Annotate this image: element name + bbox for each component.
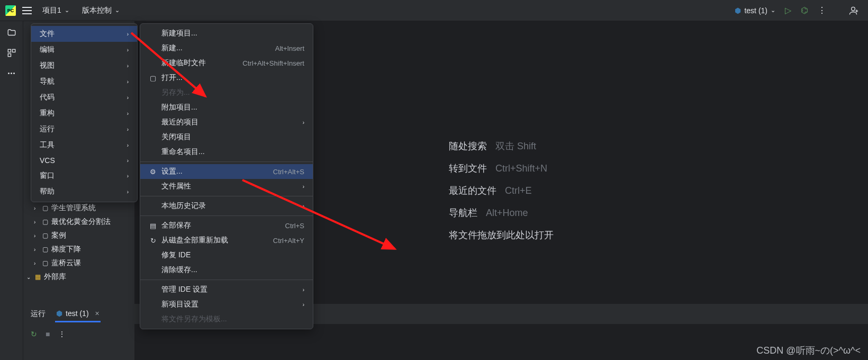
menu-label: 窗口 (40, 171, 55, 181)
more-tools-icon[interactable] (6, 68, 17, 78)
shortcut-hint: Alt+Home (486, 208, 528, 219)
structure-tool-icon[interactable] (6, 48, 17, 58)
chevron-right-icon: › (127, 31, 129, 37)
tree-row[interactable]: ›▢蓝桥云课 (34, 256, 134, 270)
menu-label: 本地历史记录 (161, 201, 206, 211)
run-tool-label[interactable]: 运行 (31, 309, 46, 319)
menu1-item[interactable]: 文件› (31, 26, 137, 42)
menu-label: 从磁盘全部重新加载 (161, 236, 228, 245)
menu1-item[interactable]: 导航› (31, 74, 137, 89)
shortcut-hint: Ctrl+E (505, 185, 532, 196)
chevron-right-icon: › (127, 63, 129, 69)
menu-label: 关闭项目 (161, 132, 191, 142)
project-tool-icon[interactable] (6, 28, 17, 38)
menu1-item[interactable]: 编辑› (31, 42, 137, 58)
library-icon: ▦ (35, 273, 41, 281)
menu2-item[interactable]: •文件属性› (140, 179, 313, 194)
menu2-item[interactable]: •修复 IDE (140, 248, 313, 263)
menu2-item: •另存为... (140, 85, 313, 100)
project-dropdown[interactable]: 项目1 ⌄ (42, 6, 69, 15)
tree-label: 最优化黄金分割法 (51, 217, 111, 227)
python-icon: ⬢ (56, 309, 62, 318)
folder-icon: ▢ (42, 246, 48, 253)
menu2-item[interactable]: •新建项目... (140, 26, 313, 41)
menu-label: 文件属性 (161, 182, 191, 191)
chevron-down-icon: ⌄ (115, 7, 120, 14)
menu-label: 重命名项目... (161, 147, 205, 157)
tree-row[interactable]: ›▢梯度下降 (34, 242, 134, 256)
chevron-right-icon: › (34, 260, 39, 266)
menu2-item[interactable]: •附加项目... (140, 100, 313, 115)
reload-icon: ↻ (149, 237, 157, 245)
chevron-down-icon: ⌄ (771, 7, 775, 14)
tree-row[interactable]: ›▢案例 (34, 229, 134, 242)
menu-label: 帮助 (40, 187, 55, 196)
menu2-item[interactable]: •新项目设置› (140, 297, 313, 312)
menu1-item[interactable]: 运行› (31, 121, 137, 137)
chevron-right-icon: › (34, 233, 39, 239)
debug-icon[interactable]: ⌬ (801, 5, 808, 15)
tree-row[interactable]: ⌄▦外部库 (26, 270, 134, 284)
run-config-selector[interactable]: ⬢ test (1) ⌄ (735, 6, 775, 15)
shortcut-hint: Ctrl+Shift+N (495, 163, 547, 174)
menu1-item[interactable]: 工具› (31, 137, 137, 153)
run-tab[interactable]: ⬢ test (1) × (55, 306, 101, 322)
chevron-right-icon: › (303, 302, 304, 308)
shortcut-label: Ctrl+Alt+Y (273, 237, 304, 245)
menu2-item[interactable]: ▤全部保存Ctrl+S (140, 218, 313, 233)
menu-label: 修复 IDE (161, 250, 191, 260)
run-icon[interactable]: ▷ (785, 5, 791, 15)
svg-rect-5 (8, 54, 11, 57)
menu1-item[interactable]: 帮助› (31, 184, 137, 200)
menu1-item[interactable]: 重构› (31, 105, 137, 121)
chevron-right-icon: › (127, 127, 129, 132)
menu-label: 附加项目... (161, 103, 197, 112)
shortcut-label: Ctrl+Alt+Shift+Insert (242, 59, 304, 67)
chevron-right-icon: › (303, 184, 304, 190)
close-icon[interactable]: × (95, 309, 100, 318)
menu-label: 另存为... (161, 88, 190, 97)
menu2-item[interactable]: •新建临时文件Ctrl+Alt+Shift+Insert (140, 56, 313, 70)
menu2-item[interactable]: ⚙设置...Ctrl+Alt+S (140, 164, 313, 179)
chevron-right-icon: › (34, 247, 39, 253)
chevron-right-icon: › (127, 158, 129, 164)
menu2-item[interactable]: •新建...Alt+Insert (140, 41, 313, 56)
more-icon[interactable]: ⋮ (818, 5, 826, 15)
welcome-label: 随处搜索 (449, 140, 487, 152)
menu1-item[interactable]: VCS› (31, 153, 137, 168)
menu2-item[interactable]: •关闭项目 (140, 130, 313, 145)
menu1-item[interactable]: 代码› (31, 89, 137, 105)
chevron-right-icon: › (127, 111, 129, 116)
vcs-dropdown[interactable]: 版本控制 ⌄ (82, 6, 120, 15)
menu2-item[interactable]: ↻从磁盘全部重新加载Ctrl+Alt+Y (140, 233, 313, 248)
chevron-right-icon: › (34, 219, 39, 225)
tree-row[interactable]: ›▢最优化黄金分割法 (34, 215, 134, 229)
main-menu-icon[interactable] (22, 7, 32, 14)
menu1-item[interactable]: 视图› (31, 58, 137, 74)
menu2-item[interactable]: •最近的项目› (140, 115, 313, 130)
tree-row[interactable]: ›▢学生管理系统 (34, 201, 134, 215)
menu-label: 清除缓存... (161, 265, 197, 275)
account-icon[interactable] (848, 5, 858, 16)
stop-icon[interactable]: ■ (46, 330, 50, 338)
more-icon[interactable]: ⋮ (58, 330, 66, 338)
folder-icon: ▢ (42, 232, 48, 239)
menu-label: 运行 (40, 124, 55, 134)
menu-label: 全部保存 (161, 221, 191, 230)
rerun-icon[interactable]: ↻ (31, 330, 37, 338)
chevron-right-icon: › (303, 203, 304, 209)
menu-label: 视图 (40, 61, 55, 70)
menu-label: 代码 (40, 93, 55, 102)
vcs-label: 版本控制 (82, 6, 112, 15)
menu1-item[interactable]: 窗口› (31, 168, 137, 184)
menu2-item[interactable]: •重命名项目... (140, 145, 313, 159)
menu2-item[interactable]: ▢打开... (140, 70, 313, 85)
chevron-right-icon: › (127, 47, 129, 53)
chevron-down-icon: ⌄ (65, 7, 69, 14)
shortcut-label: Ctrl+S (285, 222, 304, 230)
menu2-item[interactable]: •管理 IDE 设置› (140, 282, 313, 297)
chevron-right-icon: › (127, 95, 129, 101)
menu2-item[interactable]: •本地历史记录› (140, 199, 313, 213)
menu-label: 最近的项目 (161, 118, 198, 127)
menu2-item[interactable]: •清除缓存... (140, 263, 313, 277)
